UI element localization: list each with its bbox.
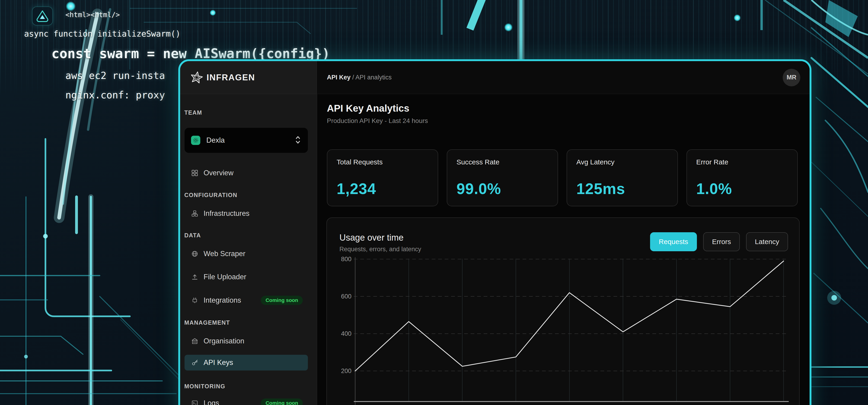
breadcrumb-separator: / xyxy=(350,74,355,81)
plug-icon xyxy=(191,297,198,304)
stat-value: 125ms xyxy=(576,180,668,198)
bg-glow-dot xyxy=(210,10,216,16)
breadcrumb-primary[interactable]: API Key xyxy=(327,74,350,81)
coming-soon-badge: Coming soon xyxy=(261,399,303,405)
organisation-icon xyxy=(191,338,198,344)
coming-soon-badge: Coming soon xyxy=(261,296,303,305)
page-title: API Key Analytics xyxy=(327,103,428,114)
page-head: API Key Analytics Production API Key - L… xyxy=(327,103,428,125)
brand-header: INFRAGEN xyxy=(180,61,317,94)
stat-value: 1.0% xyxy=(696,180,788,198)
stat-card-error-rate: Error Rate 1.0% xyxy=(686,149,798,206)
chart-subtitle: Requests, errors, and latency xyxy=(339,246,421,253)
page-subtitle: Production API Key - Last 24 hours xyxy=(327,117,428,125)
stat-label: Avg Latency xyxy=(576,158,668,166)
sidebar-section-team: TEAM xyxy=(184,109,202,116)
bg-code-line: const swarm = new AISwarm({config}) xyxy=(52,46,330,61)
bg-code-line: async function initializeSwarm() xyxy=(24,29,180,38)
breadcrumb[interactable]: API Key / API analytics xyxy=(327,74,392,81)
app-window: INFRAGEN API Key / API analytics MR TEAM… xyxy=(178,59,811,405)
bg-glow-dot xyxy=(504,23,513,32)
sidebar-item-label: Web Scraper xyxy=(204,249,245,258)
bg-code-line: aws ec2 run-insta xyxy=(65,70,165,81)
sidebar-item-web-scraper[interactable]: Web Scraper xyxy=(185,247,308,261)
sidebar-item-label: Infrastructures xyxy=(204,209,249,218)
chevron-up-down-icon xyxy=(295,135,301,145)
chart-series-toggles: Requests Errors Latency xyxy=(650,232,788,251)
cluster-icon xyxy=(191,210,198,217)
triangle-logo-icon xyxy=(35,9,50,23)
bg-right-circuits xyxy=(811,28,868,387)
globe-icon xyxy=(191,250,198,257)
usage-line-chart: 800600400200 xyxy=(337,252,795,405)
sidebar-section-management: MANAGEMENT xyxy=(184,319,230,326)
stat-label: Total Requests xyxy=(337,158,428,166)
toggle-errors-button[interactable]: Errors xyxy=(703,232,740,251)
sidebar-section-data: DATA xyxy=(184,232,201,239)
team-logo-icon xyxy=(191,136,200,145)
stat-label: Error Rate xyxy=(696,158,788,166)
sidebar-item-integrations[interactable]: Integrations Coming soon xyxy=(185,293,308,307)
sidebar-item-label: Organisation xyxy=(204,337,244,345)
logs-icon xyxy=(191,400,198,405)
stat-card-success-rate: Success Rate 99.0% xyxy=(447,149,558,206)
stat-label: Success Rate xyxy=(457,158,548,166)
sidebar-item-api-keys[interactable]: API Keys xyxy=(185,355,308,371)
y-axis-tick-label: 400 xyxy=(341,330,351,337)
top-header: API Key / API analytics MR xyxy=(317,61,810,94)
grid-icon xyxy=(191,169,198,176)
bg-glow-dot xyxy=(734,14,741,21)
sidebar-item-label: File Uploader xyxy=(204,273,246,281)
y-axis-tick-label: 200 xyxy=(341,368,351,374)
chart-title: Usage over time xyxy=(339,233,404,243)
sidebar-item-infrastructures[interactable]: Infrastructures xyxy=(185,206,308,221)
bg-glow-dot xyxy=(66,1,75,11)
main-content: API Key Analytics Production API Key - L… xyxy=(317,94,810,405)
screen: <html><html/> async function initializeS… xyxy=(0,0,868,405)
stat-card-total-requests: Total Requests 1,234 xyxy=(327,149,438,206)
stat-value: 1,234 xyxy=(337,180,428,198)
y-axis-tick-label: 600 xyxy=(341,293,351,300)
bg-bottom-left-circuits xyxy=(0,139,209,405)
bg-code-line: <html><html/> xyxy=(65,11,120,19)
sidebar-item-label: API Keys xyxy=(204,359,233,367)
avatar[interactable]: MR xyxy=(783,69,800,87)
sidebar: TEAM Dexla Overview CONFIGURA xyxy=(180,94,317,405)
sidebar-item-file-uploader[interactable]: File Uploader xyxy=(185,270,308,284)
usage-chart-card: Usage over time Requests, errors, and la… xyxy=(327,217,800,405)
sidebar-item-overview[interactable]: Overview xyxy=(185,166,308,180)
infragen-logo-icon xyxy=(190,71,203,84)
sidebar-section-monitoring: MONITORING xyxy=(184,383,225,390)
key-icon xyxy=(191,359,198,366)
y-axis-tick-label: 800 xyxy=(341,256,351,263)
sidebar-item-organisation[interactable]: Organisation xyxy=(185,334,308,348)
breadcrumb-secondary: API analytics xyxy=(355,74,392,81)
toggle-latency-button[interactable]: Latency xyxy=(746,232,788,251)
sidebar-section-configuration: CONFIGURATION xyxy=(184,192,238,198)
sidebar-item-label: Logs xyxy=(204,399,219,405)
bg-code-line: nginx.conf: proxy xyxy=(65,89,165,101)
stats-row: Total Requests 1,234 Success Rate 99.0% … xyxy=(327,149,798,206)
team-name: Dexla xyxy=(206,136,225,144)
toggle-requests-button[interactable]: Requests xyxy=(650,232,697,251)
sidebar-item-label: Overview xyxy=(204,169,234,177)
team-picker[interactable]: Dexla xyxy=(185,128,308,153)
brand-name: INFRAGEN xyxy=(207,73,255,82)
bg-light-streaks xyxy=(59,9,110,218)
upload-icon xyxy=(191,273,198,280)
bg-triangle-logo-badge xyxy=(32,6,53,26)
sidebar-item-label: Integrations xyxy=(204,296,241,304)
sidebar-item-logs[interactable]: Logs Coming soon xyxy=(185,396,308,405)
stat-card-avg-latency: Avg Latency 125ms xyxy=(567,149,678,206)
stat-value: 99.0% xyxy=(457,180,548,198)
